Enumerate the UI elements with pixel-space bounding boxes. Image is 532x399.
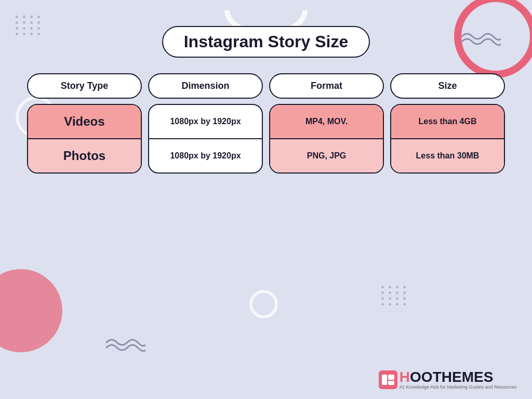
column-story-type: Story Type Videos Photos — [27, 73, 142, 174]
cell-format-photos: PNG, JPG — [270, 139, 383, 172]
logo-brand-name: HOOTHEMES — [400, 370, 516, 384]
logo-rest: OOTHEMES — [410, 369, 493, 385]
header-format: Format — [269, 73, 384, 99]
column-dimension: Dimension 1080px by 1920px 1080px by 192… — [148, 73, 263, 174]
body-size: Less than 4GB Less than 30MB — [390, 104, 505, 174]
cell-format-videos: MP4, MOV. — [270, 105, 383, 139]
header-story-type: Story Type — [27, 73, 142, 99]
svg-rect-1 — [388, 375, 394, 380]
svg-rect-2 — [388, 381, 394, 385]
data-table: Story Type Videos Photos Dimension 1080p… — [27, 73, 505, 174]
logo-icon — [379, 370, 397, 389]
cell-dimension-photos: 1080px by 1920px — [149, 139, 262, 172]
header-dimension: Dimension — [148, 73, 263, 99]
logo-area: HOOTHEMES #1 Knowledge Hub for Marketing… — [379, 370, 516, 390]
body-dimension: 1080px by 1920px 1080px by 1920px — [148, 104, 263, 174]
logo-text-area: HOOTHEMES #1 Knowledge Hub for Marketing… — [400, 370, 516, 390]
body-format: MP4, MOV. PNG, JPG — [269, 104, 384, 174]
cell-story-type-photos: Photos — [28, 139, 141, 172]
body-story-type: Videos Photos — [27, 104, 142, 174]
cell-dimension-videos: 1080px by 1920px — [149, 105, 262, 139]
cell-size-photos: Less than 30MB — [391, 139, 504, 172]
svg-rect-0 — [382, 375, 387, 385]
column-size: Size Less than 4GB Less than 30MB — [390, 73, 505, 174]
column-format: Format MP4, MOV. PNG, JPG — [269, 73, 384, 174]
main-content: Instagram Story Size Story Type Videos P… — [0, 0, 532, 399]
logo-tagline: #1 Knowledge Hub for Marketing Guides an… — [400, 384, 516, 390]
page-title: Instagram Story Size — [184, 32, 349, 51]
logo-h-letter: H — [400, 369, 410, 385]
title-container: Instagram Story Size — [162, 26, 370, 58]
cell-size-videos: Less than 4GB — [391, 105, 504, 139]
cell-story-type-videos: Videos — [28, 105, 141, 139]
header-size: Size — [390, 73, 505, 99]
